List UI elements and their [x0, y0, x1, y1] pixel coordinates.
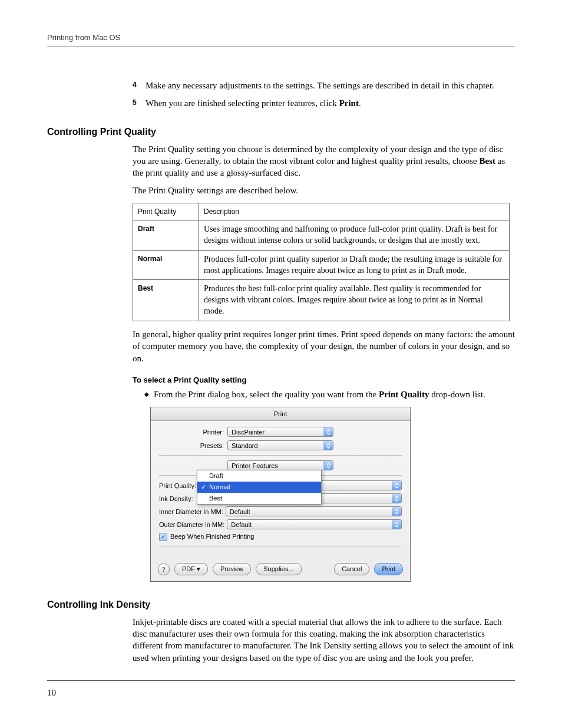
table-row: Draft Uses image smoothing and halftonin…	[133, 220, 510, 250]
ink-density-label: Ink Density:	[159, 495, 198, 503]
pane-select[interactable]: Printer Features	[227, 460, 333, 470]
bold-best: Best	[480, 156, 496, 166]
help-button[interactable]: ?	[158, 564, 170, 575]
print-button[interactable]: Print	[374, 563, 403, 575]
printer-label: Printer:	[159, 428, 227, 437]
bullet-item: ◆From the Print dialog box, select the q…	[144, 388, 515, 400]
preview-button[interactable]: Preview	[213, 563, 251, 575]
divider	[159, 455, 402, 456]
running-header: Printing from Mac OS	[47, 32, 515, 47]
option-best[interactable]: Best	[197, 493, 321, 504]
table-row: Best Produces the best full-color print …	[133, 280, 510, 321]
procedure-heading: To select a Print Quality setting	[133, 375, 515, 386]
step-5: 5 When you are finished selecting printe…	[133, 97, 515, 109]
select-value: Printer Features	[232, 462, 278, 470]
th-print-quality: Print Quality	[133, 203, 199, 220]
chevron-updown-icon	[392, 494, 401, 503]
section-heading-ink-density: Controlling Ink Density	[47, 598, 515, 611]
chevron-updown-icon	[392, 520, 401, 529]
bullet-icon: ◆	[144, 391, 149, 397]
option-draft[interactable]: Draft	[197, 470, 321, 482]
cell-label: Normal	[133, 250, 199, 280]
outer-diameter-select[interactable]: Default	[227, 519, 402, 529]
presets-select[interactable]: Standard	[227, 440, 333, 450]
paragraph: The Print Quality settings are described…	[133, 185, 515, 196]
divider	[159, 546, 402, 546]
select-value: Standard	[232, 442, 258, 450]
cell-label: Draft	[133, 220, 199, 250]
cell-desc: Produces the best full-color print quali…	[199, 280, 510, 321]
table-row: Normal Produces full-color print quality…	[133, 250, 510, 280]
chevron-updown-icon	[392, 507, 401, 516]
print-quality-label: Print Quality:	[159, 482, 201, 490]
page-number: 10	[47, 687, 56, 699]
paragraph: Inkjet-printable discs are coated with a…	[133, 616, 515, 664]
chevron-updown-icon	[323, 461, 333, 470]
text: drop-down list.	[429, 390, 485, 399]
paragraph: In general, higher quality print require…	[133, 328, 515, 364]
step-number: 4	[133, 80, 137, 90]
outer-diameter-label: Outer Diameter in MM:	[159, 521, 227, 529]
inner-diameter-label: Inner Diameter in MM:	[159, 508, 226, 516]
inner-diameter-select[interactable]: Default	[226, 506, 402, 516]
cell-desc: Produces full-color print quality superi…	[199, 250, 510, 280]
cell-label: Best	[133, 280, 199, 321]
step-number: 5	[133, 98, 137, 107]
presets-label: Presets:	[159, 442, 227, 450]
pdf-button[interactable]: PDF ▾	[174, 563, 208, 575]
table-header-row: Print Quality Description	[133, 203, 510, 220]
step-text: Make any necessary adjustments to the se…	[146, 81, 494, 90]
step-4: 4 Make any necessary adjustments to the …	[133, 80, 515, 91]
paragraph: The Print Quality setting you choose is …	[133, 143, 515, 179]
bold-print-quality: Print Quality	[379, 390, 429, 399]
text: From the Print dialog box, select the qu…	[154, 390, 379, 399]
option-normal[interactable]: Normal	[197, 482, 321, 493]
dialog-title: Print	[151, 407, 410, 421]
select-value: DiscPainter	[232, 428, 265, 437]
text: The Print Quality setting you choose is …	[133, 144, 503, 166]
cell-desc: Uses image smoothing and halftoning to p…	[199, 220, 510, 250]
chevron-updown-icon	[323, 427, 333, 436]
section-heading-print-quality: Controlling Print Quality	[47, 126, 515, 139]
step-text: When you are finished selecting printer …	[146, 98, 339, 108]
cancel-button[interactable]: Cancel	[334, 563, 369, 575]
select-value: Default	[231, 521, 252, 529]
step-text-tail: .	[359, 98, 361, 108]
chevron-updown-icon	[392, 481, 401, 490]
print-quality-dropdown: Draft Normal Best	[197, 470, 322, 505]
print-dialog: Print Printer: DiscPainter Presets: Stan…	[150, 407, 411, 582]
beep-checkbox[interactable]: ✓	[159, 533, 167, 541]
footer-rule	[47, 680, 515, 681]
print-quality-table: Print Quality Description Draft Uses ima…	[133, 203, 510, 321]
select-value: Default	[230, 508, 250, 516]
printer-select[interactable]: DiscPainter	[227, 427, 333, 437]
step-bold: Print	[339, 98, 359, 108]
th-description: Description	[199, 203, 510, 220]
step-list: 4 Make any necessary adjustments to the …	[133, 80, 515, 110]
chevron-updown-icon	[323, 441, 333, 450]
beep-label: Beep When Finished Printing	[170, 532, 254, 541]
supplies-button[interactable]: Supplies...	[256, 563, 301, 575]
